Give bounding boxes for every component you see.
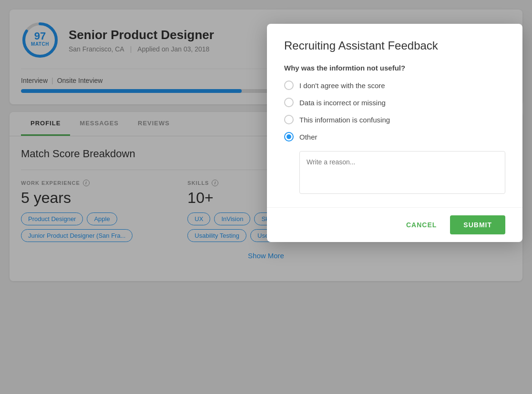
reason-textarea[interactable]	[299, 151, 505, 194]
cancel-button[interactable]: CANCEL	[400, 217, 442, 232]
radio-label-4: Other	[299, 133, 317, 141]
radio-option-3[interactable]: This information is confusing	[284, 115, 505, 124]
feedback-modal: Recruiting Assistant Feedback Why was th…	[267, 24, 522, 242]
radio-option-2[interactable]: Data is incorrect or missing	[284, 98, 505, 107]
radio-label-1: I don't agree with the score	[299, 81, 385, 90]
radio-option-1[interactable]: I don't agree with the score	[284, 81, 505, 90]
modal-footer: CANCEL SUBMIT	[267, 207, 522, 242]
radio-btn-3[interactable]	[284, 115, 294, 124]
radio-option-4[interactable]: Other	[284, 132, 505, 141]
radio-btn-2[interactable]	[284, 98, 294, 107]
radio-label-3: This information is confusing	[299, 116, 390, 124]
submit-button[interactable]: SUBMIT	[450, 215, 505, 234]
radio-btn-4[interactable]	[284, 132, 294, 141]
modal-title: Recruiting Assistant Feedback	[284, 39, 505, 52]
radio-label-2: Data is incorrect or missing	[299, 99, 386, 107]
modal-body: Recruiting Assistant Feedback Why was th…	[267, 24, 522, 207]
modal-question: Why was the informtion not useful?	[284, 64, 505, 72]
radio-btn-1[interactable]	[284, 81, 294, 90]
